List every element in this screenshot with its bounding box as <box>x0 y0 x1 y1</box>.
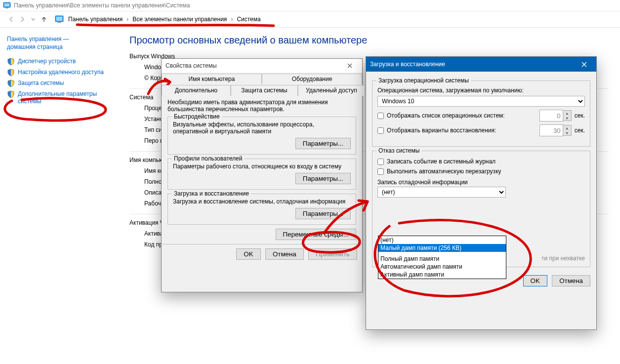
system-control-panel-window: Панель управления\Все элементы панели уп… <box>0 0 620 364</box>
tab-body: Необходимо иметь права администратора дл… <box>162 95 362 244</box>
group-performance: Быстродействие Визуальные эффекты, испол… <box>167 117 356 155</box>
sidebar-item-label: Защита системы <box>18 80 64 87</box>
spinner[interactable]: ▲▼ <box>563 125 572 136</box>
breadcrumb-sep: › <box>231 16 233 23</box>
titlebar-text: Панель управления\Все элементы панели уп… <box>14 2 190 9</box>
group-desc: Визуальные эффекты, использование процес… <box>173 121 351 135</box>
dialog-buttons: OK Отмена Применить <box>162 244 362 264</box>
spinner[interactable]: ▲▼ <box>563 110 572 121</box>
breadcrumb-2[interactable]: Система <box>237 16 260 23</box>
show-recovery-checkbox[interactable] <box>377 127 384 134</box>
os-list-seconds-input[interactable] <box>539 110 563 121</box>
titlebar: Панель управления\Все элементы панели уп… <box>0 0 620 11</box>
ok-button[interactable]: OK <box>523 275 547 286</box>
show-os-list-checkbox[interactable] <box>377 113 384 119</box>
dropdown-option-selected[interactable]: Малый дамп памяти (256 КВ) <box>378 244 506 252</box>
write-event-checkbox[interactable] <box>377 159 384 165</box>
environment-variables-button[interactable]: Переменные среды... <box>276 229 356 240</box>
close-button[interactable] <box>576 59 592 70</box>
sidebar-item-label: Диспетчер устройств <box>18 58 76 65</box>
tab-hardware[interactable]: Оборудование <box>262 74 362 84</box>
breadcrumb-0[interactable]: Панель управления <box>68 16 123 23</box>
tabs: Имя компьютера Оборудование Дополнительн… <box>162 73 362 95</box>
nav-dropdown-button[interactable] <box>28 14 39 25</box>
dump-type-dropdown-list[interactable]: (нет) Малый дамп памяти (256 КВ) Полный … <box>378 236 506 279</box>
tab-computer-name[interactable]: Имя компьютера <box>162 74 262 84</box>
default-os-label: Операционная система, загружаемая по умо… <box>377 87 585 94</box>
seconds-unit: сек. <box>575 127 585 134</box>
show-recovery-label: Отображать варианты восстановления: <box>387 127 496 134</box>
write-event-label: Записать событие в системный журнал <box>387 158 496 165</box>
apply-button[interactable]: Применить <box>308 248 357 260</box>
dropdown-option[interactable]: Полный дамп памяти <box>378 255 506 263</box>
cancel-button[interactable]: Отмена <box>552 275 590 286</box>
svg-rect-4 <box>56 17 62 21</box>
svg-rect-1 <box>4 3 9 6</box>
recovery-seconds-input[interactable] <box>539 124 563 136</box>
show-os-list-label: Отображать список операционных систем: <box>387 112 505 119</box>
shield-icon <box>7 80 15 87</box>
ok-button[interactable]: OK <box>236 248 260 260</box>
overwrite-tail-text: ти при нехватке <box>541 255 585 262</box>
shield-icon <box>7 69 15 77</box>
sidebar-item-device-manager[interactable]: Диспетчер устройств <box>7 58 115 66</box>
sidebar-home[interactable]: Панель управления — домашняя страница <box>7 36 115 51</box>
dialog-titlebar[interactable]: Свойства системы <box>162 59 362 73</box>
group-startup-recovery: Загрузка и восстановление Загрузка и вос… <box>167 194 356 225</box>
nav-back-button[interactable] <box>6 14 17 25</box>
tab-advanced[interactable]: Дополнительно <box>162 85 231 96</box>
svg-rect-2 <box>6 7 8 8</box>
group-desc: Параметры рабочего стола, относящиеся ко… <box>173 163 351 170</box>
group-title: Профили пользователей <box>172 155 244 162</box>
group-user-profiles: Профили пользователей Параметры рабочего… <box>167 159 356 190</box>
dialog-system-properties: Свойства системы Имя компьютера Оборудов… <box>161 58 363 292</box>
performance-settings-button[interactable]: Параметры... <box>295 138 351 149</box>
tab-remote[interactable]: Удаленный доступ <box>298 85 365 96</box>
close-icon <box>347 63 352 68</box>
default-os-select[interactable]: Windows 10 <box>377 96 585 107</box>
close-button[interactable] <box>341 60 358 71</box>
group-title: Отказ системы <box>376 147 421 154</box>
profiles-settings-button[interactable]: Параметры... <box>295 173 351 184</box>
group-title: Быстродействие <box>172 113 222 120</box>
group-title: Загрузка и восстановление <box>172 190 251 197</box>
dialog-startup-recovery: Загрузка и восстановление Загрузка опера… <box>366 56 597 330</box>
nav-up-button[interactable] <box>39 14 49 25</box>
sidebar-item-label: Дополнительные параметры системы <box>18 90 115 105</box>
row-show-os-list: Отображать список операционных систем: ▲… <box>377 110 585 121</box>
sidebar-home-line1: Панель управления — <box>7 36 69 42</box>
breadcrumb-sep: › <box>126 16 128 23</box>
dropdown-option[interactable]: Автоматический дамп памяти <box>378 263 506 271</box>
sidebar-item-label: Настройка удаленного доступа <box>18 69 104 76</box>
dropdown-option[interactable]: Активный дамп памяти <box>378 271 506 279</box>
group-system-startup: Загрузка операционной системы Операционн… <box>372 81 590 147</box>
dialog-titlebar[interactable]: Загрузка и восстановление <box>366 57 596 72</box>
seconds-unit: сек. <box>575 112 585 119</box>
shield-icon <box>7 90 15 98</box>
address-bar: Панель управления › Все элементы панели … <box>0 11 620 28</box>
auto-restart-label: Выполнить автоматическую перезагрузку <box>387 168 501 175</box>
page-title: Просмотр основных сведений о вашем компь… <box>129 35 608 46</box>
row-show-recovery: Отображать варианты восстановления: ▲▼ с… <box>377 124 585 136</box>
startup-settings-button[interactable]: Параметры... <box>295 208 351 219</box>
sidebar-item-remote-settings[interactable]: Настройка удаленного доступа <box>7 69 115 77</box>
dump-type-select[interactable]: (нет) <box>377 187 506 198</box>
dialog-title: Загрузка и восстановление <box>370 61 445 68</box>
sidebar-item-system-protection[interactable]: Защита системы <box>7 80 115 87</box>
nav-forward-button[interactable] <box>17 14 28 25</box>
breadcrumb-1[interactable]: Все элементы панели управления <box>132 16 227 23</box>
dialog-title: Свойства системы <box>165 62 217 69</box>
sidebar: Панель управления — домашняя страница Ди… <box>0 27 118 364</box>
shield-icon <box>7 58 15 66</box>
admin-note: Необходимо иметь права администратора дл… <box>167 99 356 113</box>
control-panel-icon <box>3 1 11 9</box>
dropdown-option[interactable]: (нет) <box>378 236 506 244</box>
sidebar-item-advanced-system[interactable]: Дополнительные параметры системы <box>7 90 115 105</box>
auto-restart-checkbox[interactable] <box>377 168 384 175</box>
breadcrumb: Панель управления › Все элементы панели … <box>68 16 261 23</box>
group-desc: Загрузка и восстановление системы, отлад… <box>173 198 351 205</box>
cancel-button[interactable]: Отмена <box>265 248 304 260</box>
tab-system-protection[interactable]: Защита системы <box>231 85 298 96</box>
sidebar-home-line2: домашняя страница <box>7 43 63 50</box>
dump-label: Запись отладочной информации <box>377 179 585 186</box>
